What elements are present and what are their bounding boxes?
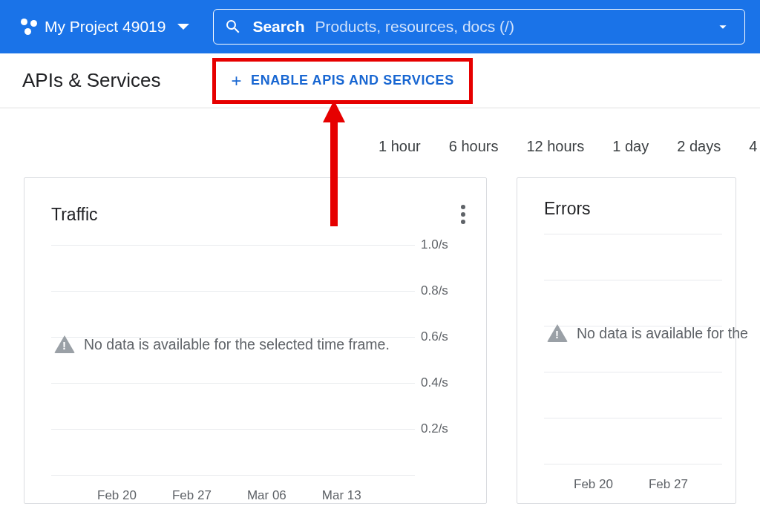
chevron-down-icon[interactable]	[715, 19, 731, 35]
y-tick: 0.6/s	[421, 329, 448, 344]
y-tick: 0.8/s	[421, 283, 448, 298]
warning-icon	[547, 324, 568, 342]
traffic-card-title: Traffic	[51, 205, 98, 225]
search-label: Search	[252, 18, 304, 36]
errors-x-axis: Feb 20 Feb 27	[574, 477, 688, 492]
errors-empty-state: No data is available for the	[547, 324, 748, 342]
time-option-12h[interactable]: 12 hours	[526, 138, 584, 155]
x-tick: Feb 20	[97, 488, 137, 503]
x-tick: Mar 13	[322, 488, 361, 503]
kebab-menu-icon[interactable]	[455, 199, 471, 230]
plus-icon: +	[231, 72, 242, 90]
time-option-2d[interactable]: 2 days	[677, 138, 721, 155]
errors-card: Errors No data is available for the Feb …	[517, 177, 736, 504]
top-bar: My Project 49019 Search	[0, 0, 760, 53]
time-option-1d[interactable]: 1 day	[612, 138, 649, 155]
x-tick: Feb 20	[574, 477, 613, 492]
enable-apis-button[interactable]: + ENABLE APIS AND SERVICES	[212, 58, 472, 104]
enable-apis-label: ENABLE APIS AND SERVICES	[251, 73, 454, 88]
traffic-empty-state: No data is available for the selected ti…	[54, 335, 390, 353]
y-tick: 0.4/s	[421, 375, 448, 390]
chevron-down-icon	[177, 24, 189, 30]
page-title: APIs & Services	[22, 69, 160, 92]
traffic-chart: 1.0/s 0.8/s 0.6/s 0.4/s 0.2/s No data is…	[51, 245, 471, 475]
errors-card-title: Errors	[544, 199, 591, 219]
time-option-4d[interactable]: 4 days	[749, 138, 760, 155]
traffic-x-axis: Feb 20 Feb 27 Mar 06 Mar 13	[97, 488, 361, 503]
time-option-1h[interactable]: 1 hour	[379, 138, 421, 155]
errors-chart: No data is available for the Feb 20 Feb …	[544, 234, 721, 464]
x-tick: Mar 06	[247, 488, 286, 503]
time-option-6h[interactable]: 6 hours	[449, 138, 499, 155]
dashboard-cards: Traffic 1.0/s 0.8/s 0.6/s 0.4/s 0.2/s No…	[0, 177, 760, 504]
project-icon	[21, 19, 37, 35]
time-range-selector: 1 hour 6 hours 12 hours 1 day 2 days 4 d…	[379, 108, 760, 177]
y-tick: 0.2/s	[421, 421, 448, 436]
search-input[interactable]	[315, 18, 704, 36]
x-tick: Feb 27	[649, 477, 688, 492]
project-selector[interactable]: My Project 49019	[15, 18, 195, 36]
search-bar[interactable]: Search	[213, 9, 745, 45]
traffic-card: Traffic 1.0/s 0.8/s 0.6/s 0.4/s 0.2/s No…	[24, 177, 487, 504]
warning-icon	[54, 335, 75, 353]
x-tick: Feb 27	[172, 488, 212, 503]
search-icon	[224, 18, 242, 36]
sub-header: APIs & Services + ENABLE APIS AND SERVIC…	[0, 53, 760, 108]
y-tick: 1.0/s	[421, 237, 448, 252]
project-name: My Project 49019	[45, 18, 166, 36]
